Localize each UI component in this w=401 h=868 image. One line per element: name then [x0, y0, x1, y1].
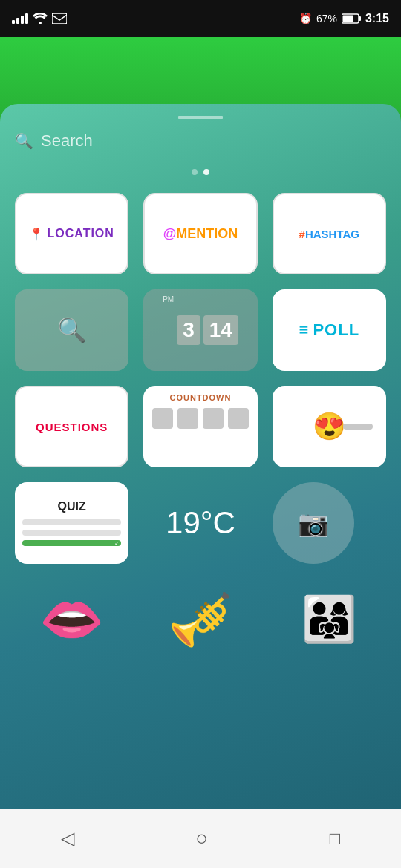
home-button[interactable]: ○ — [195, 826, 208, 850]
quiz-progress-bar: ✓ — [22, 540, 121, 546]
svg-rect-0 — [52, 13, 67, 24]
quiz-check-icon: ✓ — [114, 540, 120, 547]
sticker-picker-sheet: 🔍 Search 📍 LOCATION @MENTION #HASHTAG — [0, 104, 401, 868]
trumpet-sticker-icon: 🎺 — [168, 579, 232, 660]
poll-label: POLL — [313, 320, 359, 340]
alarm-icon: ⏰ — [299, 13, 312, 24]
time-sticker[interactable]: PM 3 14 — [143, 289, 257, 371]
search-sticker-icon: 🔍 — [57, 316, 87, 344]
quiz-lines: ✓ — [22, 519, 121, 546]
location-sticker[interactable]: 📍 LOCATION — [15, 193, 128, 274]
status-left — [12, 13, 67, 24]
search-sticker[interactable]: 🔍 — [15, 289, 128, 371]
recent-button[interactable]: □ — [330, 828, 341, 849]
sticker-mouth[interactable]: 👄 — [15, 579, 128, 660]
countdown-blocks — [152, 408, 249, 429]
time-pm: PM — [163, 295, 174, 303]
quiz-line-2 — [22, 530, 121, 536]
mouth-sticker-icon: 👄 — [39, 579, 104, 660]
page-dots — [0, 169, 401, 175]
quiz-label: QUIZ — [58, 500, 86, 513]
emoji-icon: 😍 — [313, 411, 346, 442]
back-button[interactable]: ◁ — [61, 828, 74, 849]
status-right: ⏰ 67% 3:15 — [299, 12, 389, 25]
emoji-sticker[interactable]: 😍 — [273, 386, 386, 467]
questions-sticker[interactable]: QUESTIONS — [15, 386, 128, 467]
emoji-line — [343, 424, 373, 430]
battery-icon — [342, 13, 361, 24]
quiz-sticker[interactable]: QUIZ ✓ — [15, 482, 128, 564]
time-hour: 3 — [177, 315, 200, 345]
temp-label: 19°C — [166, 505, 235, 541]
sticker-family[interactable]: 👨‍👩‍👧 — [273, 579, 386, 660]
sticker-trumpet[interactable]: 🎺 — [143, 579, 257, 660]
countdown-block-1 — [152, 408, 173, 429]
status-bar: ⏰ 67% 3:15 — [0, 0, 401, 37]
nav-bar: ◁ ○ □ — [0, 809, 401, 868]
battery-level: 67% — [316, 13, 337, 24]
time-display: 3:15 — [365, 12, 389, 25]
time-min: 14 — [203, 315, 238, 345]
search-bar[interactable]: 🔍 Search — [15, 131, 386, 160]
countdown-block-2 — [177, 408, 198, 429]
hashtag-label: #HASHTAG — [299, 228, 359, 240]
countdown-block-3 — [203, 408, 224, 429]
mail-icon — [52, 13, 67, 24]
svg-rect-2 — [359, 16, 361, 21]
family-sticker-icon: 👨‍👩‍👧 — [301, 579, 357, 660]
dot-2 — [203, 169, 209, 175]
mention-sticker[interactable]: @MENTION — [143, 193, 257, 274]
svg-rect-3 — [342, 16, 353, 22]
search-label: Search — [41, 131, 93, 151]
poll-sticker[interactable]: ≡ POLL — [273, 289, 386, 371]
camera-sticker[interactable]: 📷 — [273, 482, 354, 564]
camera-icon: 📷 — [298, 508, 329, 538]
questions-label: QUESTIONS — [36, 421, 108, 433]
drag-handle[interactable] — [178, 116, 223, 119]
pin-icon: 📍 — [29, 227, 44, 241]
sticker-grid: 📍 LOCATION @MENTION #HASHTAG 🔍 PM 3 14 — [0, 193, 401, 660]
mention-label: @MENTION — [163, 226, 238, 242]
countdown-block-4 — [228, 408, 249, 429]
dot-1 — [192, 169, 198, 175]
hashtag-sticker[interactable]: #HASHTAG — [273, 193, 386, 274]
countdown-label: COUNTDOWN — [170, 393, 232, 402]
location-label: LOCATION — [47, 227, 114, 240]
signal-icon — [12, 13, 28, 24]
search-icon: 🔍 — [15, 132, 33, 150]
wifi-icon — [33, 13, 48, 24]
poll-icon: ≡ — [299, 320, 309, 340]
temperature-sticker[interactable]: 19°C — [143, 482, 257, 564]
quiz-line-1 — [22, 519, 121, 525]
countdown-sticker[interactable]: COUNTDOWN — [143, 386, 257, 467]
